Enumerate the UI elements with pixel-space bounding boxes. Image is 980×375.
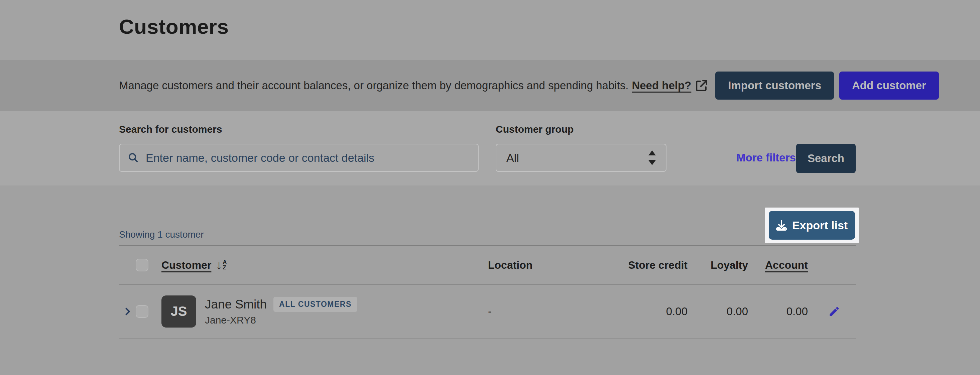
cell-loyalty: 0.00 bbox=[687, 305, 748, 318]
cell-account: 0.00 bbox=[748, 305, 808, 318]
export-list-label: Export list bbox=[792, 219, 848, 232]
search-icon bbox=[128, 152, 139, 164]
search-input[interactable] bbox=[145, 151, 470, 165]
customers-table: Customer ↓ A Z Location Store credit Loy… bbox=[119, 245, 856, 338]
more-filters-link[interactable]: More filters bbox=[737, 151, 796, 164]
customer-code: Jane-XRY8 bbox=[205, 315, 357, 326]
column-header-loyalty: Loyalty bbox=[687, 259, 748, 272]
chevron-down-icon bbox=[648, 160, 656, 165]
column-header-account[interactable]: Account bbox=[765, 259, 808, 271]
subheader: Manage customers and their account balan… bbox=[0, 60, 980, 111]
customer-search-field[interactable] bbox=[119, 144, 479, 172]
download-icon bbox=[776, 220, 787, 230]
column-header-customer[interactable]: Customer bbox=[161, 259, 211, 272]
import-customers-button[interactable]: Import customers bbox=[715, 72, 834, 100]
column-header-store-credit: Store credit bbox=[622, 259, 687, 272]
export-highlight-ring: Export list bbox=[765, 208, 859, 243]
customer-group-label: Customer group bbox=[496, 124, 574, 135]
chevron-up-icon bbox=[648, 150, 656, 156]
results-summary: Showing 1 customer bbox=[119, 229, 204, 240]
avatar: JS bbox=[161, 296, 196, 327]
export-list-button[interactable]: Export list bbox=[769, 211, 855, 240]
customer-group-value: All bbox=[506, 151, 519, 164]
cell-store-credit: 0.00 bbox=[622, 305, 687, 318]
table-header-row: Customer ↓ A Z Location Store credit Loy… bbox=[119, 245, 856, 285]
need-help-link[interactable]: Need help? bbox=[632, 79, 691, 92]
select-all-checkbox[interactable] bbox=[136, 259, 148, 272]
cell-location: - bbox=[488, 305, 622, 318]
page-header: Customers bbox=[0, 0, 980, 60]
subheader-description-text: Manage customers and their account balan… bbox=[119, 79, 628, 92]
column-header-location: Location bbox=[488, 259, 622, 272]
subheader-description: Manage customers and their account balan… bbox=[119, 79, 707, 92]
search-label: Search for customers bbox=[119, 124, 222, 135]
edit-pencil-icon[interactable] bbox=[828, 305, 840, 318]
search-button[interactable]: Search bbox=[796, 144, 856, 173]
row-checkbox[interactable] bbox=[136, 305, 148, 318]
customer-group-select[interactable]: All bbox=[496, 144, 667, 172]
customer-group-badge: ALL CUSTOMERS bbox=[274, 297, 357, 312]
customer-name: Jane Smith bbox=[205, 297, 267, 311]
sort-az-icon[interactable]: ↓ A Z bbox=[216, 259, 227, 271]
select-spinner-icon[interactable] bbox=[648, 150, 656, 165]
page-title: Customers bbox=[119, 15, 229, 38]
expand-row-chevron-icon[interactable] bbox=[123, 307, 132, 316]
external-link-icon bbox=[696, 80, 707, 91]
add-customer-button[interactable]: Add customer bbox=[839, 72, 939, 100]
table-row: JS Jane Smith ALL CUSTOMERS Jane-XRY8 - … bbox=[119, 285, 856, 338]
